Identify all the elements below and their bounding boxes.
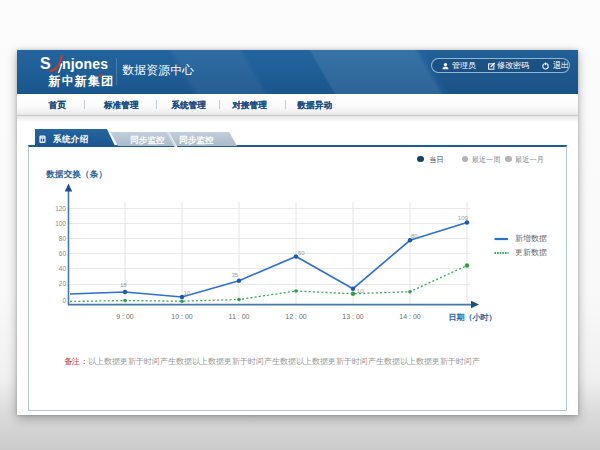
svg-text:10 : 00: 10 : 00 [171, 313, 193, 320]
svg-text:35: 35 [232, 272, 239, 278]
svg-text:80: 80 [59, 235, 67, 242]
svg-text:80: 80 [411, 233, 418, 239]
svg-text:日期（小时）: 日期（小时） [448, 313, 496, 322]
svg-text:9 : 00: 9 : 00 [116, 313, 134, 320]
svg-text:11 : 00: 11 : 00 [229, 313, 250, 320]
svg-text:100: 100 [458, 215, 469, 221]
svg-text:20: 20 [59, 280, 67, 287]
svg-text:12 : 00: 12 : 00 [285, 313, 307, 320]
svg-text:40: 40 [59, 265, 67, 272]
svg-text:100: 100 [55, 220, 66, 227]
svg-text:60: 60 [59, 250, 67, 257]
svg-text:120: 120 [55, 205, 66, 212]
svg-text:60: 60 [298, 250, 305, 256]
svg-text:18: 18 [120, 282, 127, 288]
svg-text:0: 0 [62, 297, 66, 304]
svg-text:14 : 00: 14 : 00 [399, 313, 421, 320]
svg-text:13 : 00: 13 : 00 [342, 313, 364, 320]
svg-text:10: 10 [357, 288, 364, 294]
svg-text:10: 10 [184, 290, 191, 296]
